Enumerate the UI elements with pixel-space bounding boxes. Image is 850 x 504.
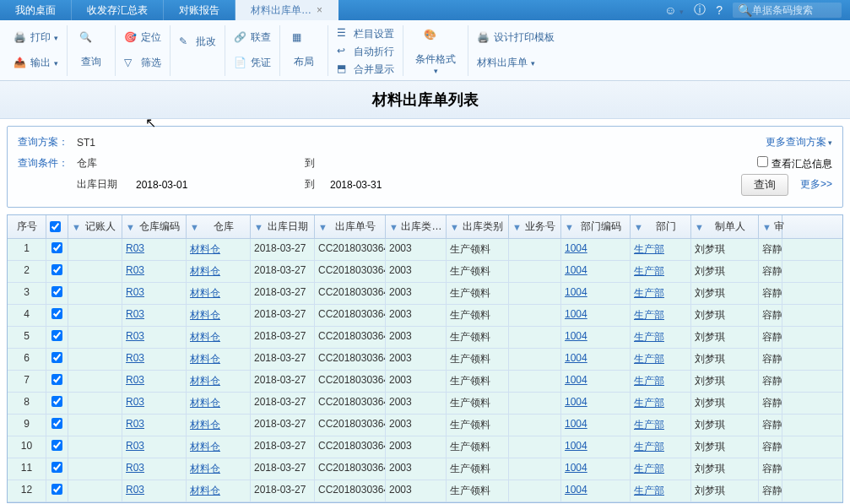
wh-link[interactable]: 材料仓	[190, 243, 220, 255]
cell-check[interactable]	[46, 283, 68, 304]
locate-button[interactable]: 🎯定位	[121, 29, 165, 46]
row-checkbox[interactable]	[51, 352, 62, 363]
filter-icon[interactable]: ▼	[512, 222, 522, 232]
col-set-button[interactable]: ☰栏目设置	[333, 25, 398, 43]
table-row[interactable]: 3R03材料仓2018-03-27CC20180303642003生产领料100…	[8, 283, 842, 305]
table-row[interactable]: 11R03材料仓2018-03-27CC20180303642003生产领料10…	[8, 458, 842, 480]
row-checkbox[interactable]	[51, 462, 62, 473]
row-checkbox[interactable]	[51, 330, 62, 341]
filter-icon[interactable]: ▼	[72, 222, 81, 232]
table-row[interactable]: 2R03材料仓2018-03-27CC20180303642003生产领料100…	[8, 261, 842, 283]
cell-check[interactable]	[46, 480, 68, 501]
cell-check[interactable]	[46, 458, 68, 480]
wcode-link[interactable]: R03	[126, 330, 144, 342]
dcode-link[interactable]: 1004	[565, 418, 587, 430]
dcode-link[interactable]: 1004	[565, 242, 587, 254]
barcode-search-input[interactable]	[752, 4, 836, 16]
design-print-button[interactable]: 🖨️设计打印模板	[474, 29, 558, 46]
dcode-link[interactable]: 1004	[565, 462, 587, 474]
col-dept[interactable]: ▼部门	[631, 215, 691, 238]
col-seq[interactable]: 序号	[8, 215, 46, 238]
table-row[interactable]: 8R03材料仓2018-03-27CC20180303642003生产领料100…	[8, 393, 842, 415]
wh-link[interactable]: 材料仓	[190, 397, 220, 409]
row-checkbox[interactable]	[51, 286, 62, 297]
table-row[interactable]: 9R03材料仓2018-03-27CC20180303642003生产领料100…	[8, 415, 842, 436]
print-button[interactable]: 🖨️打印▾	[10, 29, 62, 46]
cell-check[interactable]	[46, 327, 68, 348]
filter-icon[interactable]: ▼	[254, 222, 263, 232]
wcode-link[interactable]: R03	[126, 462, 144, 474]
cell-check[interactable]	[46, 415, 68, 436]
wh-link[interactable]: 材料仓	[190, 441, 220, 453]
dcode-link[interactable]: 1004	[565, 440, 587, 452]
wh-link[interactable]: 材料仓	[190, 287, 220, 299]
cell-check[interactable]	[46, 349, 68, 370]
wcode-link[interactable]: R03	[126, 264, 144, 276]
merge-show-button[interactable]: ⬒合并显示	[333, 61, 398, 79]
filter-icon[interactable]: ▼	[318, 222, 328, 232]
col-doc[interactable]: ▼出库单号	[315, 215, 386, 238]
wcode-link[interactable]: R03	[126, 374, 144, 386]
wh-link[interactable]: 材料仓	[190, 309, 220, 321]
col-date[interactable]: ▼出库日期	[251, 215, 315, 238]
filter-icon[interactable]: ▼	[565, 222, 574, 232]
table-row[interactable]: 7R03材料仓2018-03-27CC20180303642003生产领料100…	[8, 371, 842, 393]
wh-link[interactable]: 材料仓	[190, 265, 220, 277]
cell-check[interactable]	[46, 305, 68, 326]
table-row[interactable]: 10R03材料仓2018-03-27CC20180303642003生产领料10…	[8, 436, 842, 458]
dept-link[interactable]: 生产部	[634, 353, 664, 365]
col-wh[interactable]: ▼仓库	[187, 215, 251, 238]
filter-icon[interactable]: ▼	[762, 222, 771, 232]
sheet-name-button[interactable]: 材料出库单▾	[474, 54, 558, 72]
tab-材料出库单…[interactable]: 材料出库单…×	[236, 0, 338, 20]
wcode-link[interactable]: R03	[126, 286, 144, 298]
filter-icon[interactable]: ▼	[450, 222, 459, 232]
dept-link[interactable]: 生产部	[634, 397, 664, 409]
dcode-link[interactable]: 1004	[565, 396, 587, 408]
tab-我的桌面[interactable]: 我的桌面	[0, 0, 72, 20]
dept-link[interactable]: 生产部	[634, 265, 664, 277]
wh-link[interactable]: 材料仓	[190, 353, 220, 365]
barcode-search[interactable]: 🔍	[733, 3, 842, 18]
table-row[interactable]: 6R03材料仓2018-03-27CC20180303642003生产领料100…	[8, 349, 842, 371]
col-cls2[interactable]: ▼出库类别	[447, 215, 509, 238]
row-checkbox[interactable]	[51, 484, 62, 495]
batch-button[interactable]: ✎批改	[176, 33, 219, 51]
voucher-button[interactable]: 📄凭证	[230, 54, 274, 72]
dept-link[interactable]: 生产部	[634, 243, 664, 255]
dcode-link[interactable]: 1004	[565, 264, 587, 276]
wh-link[interactable]: 材料仓	[190, 419, 220, 431]
cell-check[interactable]	[46, 393, 68, 414]
auto-wrap-button[interactable]: ↩自动折行	[333, 43, 398, 61]
check-all[interactable]	[50, 221, 61, 232]
dept-link[interactable]: 生产部	[634, 331, 664, 343]
table-row[interactable]: 12R03材料仓2018-03-27CC20180303642003生产领料10…	[8, 480, 842, 502]
filter-icon[interactable]: ▼	[190, 222, 199, 232]
row-checkbox[interactable]	[51, 264, 62, 275]
more-link[interactable]: 更多>>	[800, 177, 832, 192]
dept-link[interactable]: 生产部	[634, 419, 664, 431]
filter-icon[interactable]: ▼	[634, 222, 643, 232]
table-row[interactable]: 5R03材料仓2018-03-27CC20180303642003生产领料100…	[8, 327, 842, 349]
col-dcode[interactable]: ▼部门编码	[561, 215, 631, 238]
filter-icon[interactable]: ▼	[126, 222, 135, 232]
table-row[interactable]: 4R03材料仓2018-03-27CC20180303642003生产领料100…	[8, 305, 842, 327]
wh-link[interactable]: 材料仓	[190, 485, 220, 496]
close-icon[interactable]: ×	[317, 4, 322, 16]
col-last[interactable]: ▼审	[759, 215, 782, 238]
wcode-link[interactable]: R03	[126, 418, 144, 430]
summary-checkbox[interactable]	[757, 156, 768, 167]
table-row[interactable]: 1R03材料仓2018-03-27CC20180303642003生产领料100…	[8, 239, 842, 261]
filter-icon[interactable]: ▼	[389, 222, 398, 232]
info-icon[interactable]: ⓘ	[694, 3, 706, 18]
col-check[interactable]	[46, 215, 68, 238]
filter-button[interactable]: ▽筛选	[121, 54, 165, 72]
dcode-link[interactable]: 1004	[565, 484, 587, 496]
dcode-link[interactable]: 1004	[565, 286, 587, 298]
filter-icon[interactable]: ▼	[695, 222, 704, 232]
query-button[interactable]: 查询	[741, 174, 788, 196]
tab-收发存汇总表[interactable]: 收发存汇总表	[72, 0, 164, 20]
date-from[interactable]: 2018-03-01	[136, 179, 212, 191]
layout-big-button[interactable]: ▦布局	[285, 28, 322, 73]
cell-check[interactable]	[46, 239, 68, 260]
